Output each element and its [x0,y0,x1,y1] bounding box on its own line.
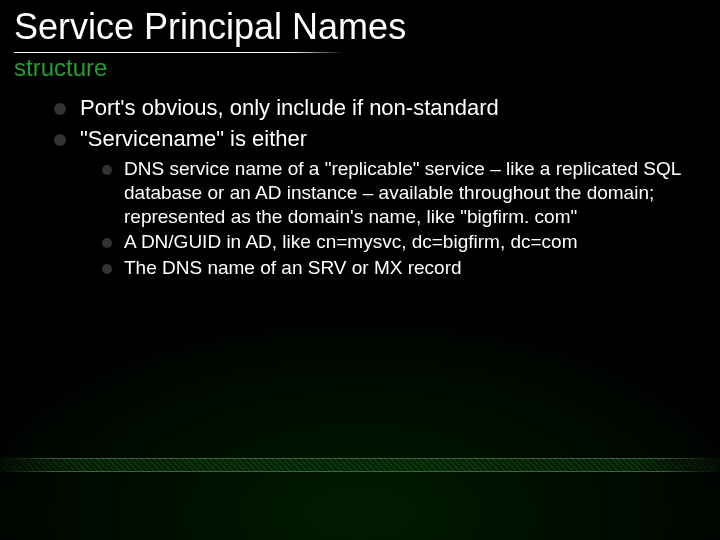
bullet-level2: DNS service name of a "replicable" servi… [102,157,690,228]
bullet-icon [102,238,112,248]
bullet-text: "Servicename" is either [80,125,307,154]
slide: Service Principal Names structure Port's… [0,0,720,540]
bullet-icon [54,134,66,146]
bullet-icon [102,264,112,274]
bullet-icon [54,103,66,115]
slide-subtitle: structure [14,54,107,82]
hatch-pattern [0,459,720,471]
bullet-text: A DN/GUID in AD, like cn=mysvc, dc=bigfi… [124,230,578,254]
bullet-text: Port's obvious, only include if non-stan… [80,94,499,123]
divider-line [0,471,720,472]
bullet-level2: A DN/GUID in AD, like cn=mysvc, dc=bigfi… [102,230,690,254]
bullet-level1: Port's obvious, only include if non-stan… [54,94,690,123]
slide-title: Service Principal Names [14,6,406,48]
bullet-level1: "Servicename" is either [54,125,690,154]
footer-decorative-band [0,458,720,472]
bullet-text: DNS service name of a "replicable" servi… [124,157,690,228]
bullet-level2: The DNS name of an SRV or MX record [102,256,690,280]
bullet-icon [102,165,112,175]
content-area: Port's obvious, only include if non-stan… [54,94,690,282]
sub-bullets: DNS service name of a "replicable" servi… [102,157,690,280]
bullet-text: The DNS name of an SRV or MX record [124,256,462,280]
title-underline [14,52,344,53]
